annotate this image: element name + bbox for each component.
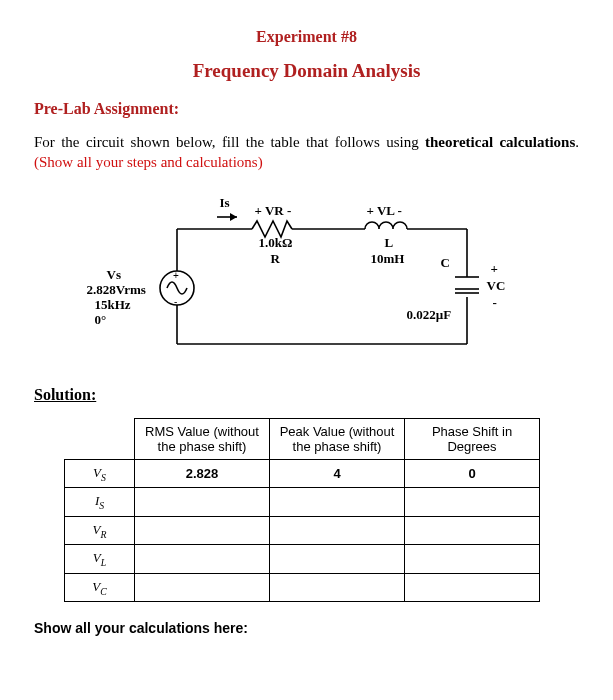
cell-phase: 0 xyxy=(405,459,540,488)
vc-label: VC xyxy=(487,278,506,294)
table-corner xyxy=(65,418,135,459)
para-text-1: For the circuit shown below, fill the ta… xyxy=(34,134,425,150)
experiment-title: Frequency Domain Analysis xyxy=(34,60,579,82)
prelab-heading: Pre-Lab Assignment: xyxy=(34,100,579,118)
vc-minus: - xyxy=(493,295,497,311)
vl-label: + VL - xyxy=(367,203,402,219)
cell-rms xyxy=(135,573,270,602)
svg-text:-: - xyxy=(174,296,177,307)
cell-phase xyxy=(405,516,540,545)
col-peak: Peak Value (without the phase shift) xyxy=(270,418,405,459)
var-sub: S xyxy=(101,471,106,482)
cell-peak xyxy=(270,488,405,517)
vs-rms: 2.828Vrms xyxy=(87,282,146,298)
l-symbol: L xyxy=(385,235,394,251)
table-row: VC xyxy=(65,573,540,602)
cell-peak xyxy=(270,516,405,545)
var-sub: L xyxy=(101,557,106,568)
col-rms: RMS Value (without the phase shift) xyxy=(135,418,270,459)
l-value: 10mH xyxy=(371,251,405,267)
cell-rms xyxy=(135,545,270,574)
r-symbol: R xyxy=(271,251,280,267)
cell-rms xyxy=(135,488,270,517)
cell-rms xyxy=(135,516,270,545)
vs-freq: 15kHz xyxy=(95,297,131,313)
solution-table: RMS Value (without the phase shift) Peak… xyxy=(64,418,540,603)
prelab-paragraph: For the circuit shown below, fill the ta… xyxy=(34,132,579,173)
var-letter: V xyxy=(93,550,101,565)
para-bold: theoretical calculations xyxy=(425,134,575,150)
vs-name: Vs xyxy=(107,267,121,283)
cell-peak xyxy=(270,573,405,602)
circuit-diagram: + - Is + VR - + VL - 1.0kΩ R L 10mH Vs 2… xyxy=(87,179,527,374)
experiment-number: Experiment #8 xyxy=(34,28,579,46)
is-label: Is xyxy=(220,195,230,211)
cell-peak: 4 xyxy=(270,459,405,488)
col-phase: Phase Shift in Degrees xyxy=(405,418,540,459)
var-sub: C xyxy=(100,585,107,596)
vr-label: + VR - xyxy=(255,203,292,219)
table-row: VL xyxy=(65,545,540,574)
cell-phase xyxy=(405,488,540,517)
cell-rms: 2.828 xyxy=(135,459,270,488)
table-row: VS 2.828 4 0 xyxy=(65,459,540,488)
table-row: VR xyxy=(65,516,540,545)
r-value: 1.0kΩ xyxy=(259,235,293,251)
cell-phase xyxy=(405,545,540,574)
show-calculations-note: Show all your calculations here: xyxy=(34,620,579,636)
var-sub: S xyxy=(99,500,104,511)
svg-text:+: + xyxy=(173,270,179,281)
table-row: IS xyxy=(65,488,540,517)
var-letter: V xyxy=(93,465,101,480)
cell-peak xyxy=(270,545,405,574)
para-red: (Show all your steps and calculations) xyxy=(34,154,263,170)
svg-marker-14 xyxy=(230,213,237,221)
vs-phase: 0° xyxy=(95,312,107,328)
vc-plus: + xyxy=(491,261,498,277)
cell-phase xyxy=(405,573,540,602)
para-text-2: . xyxy=(575,134,579,150)
c-symbol: C xyxy=(441,255,450,271)
c-value: 0.022µF xyxy=(407,307,452,323)
var-sub: R xyxy=(100,528,106,539)
solution-heading: Solution: xyxy=(34,386,579,404)
